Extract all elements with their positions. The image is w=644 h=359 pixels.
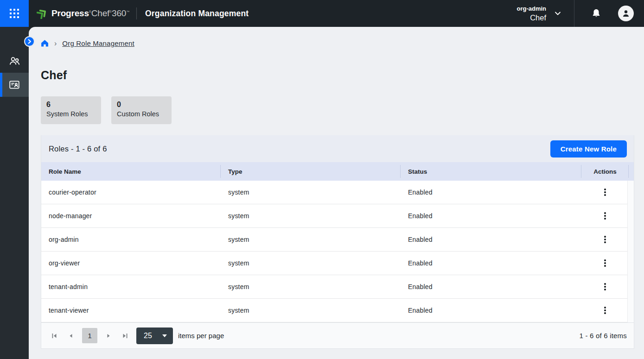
custom-roles-label: Custom Roles [117, 109, 166, 119]
current-page-button[interactable]: 1 [82, 328, 97, 343]
breadcrumb-separator: › [54, 40, 57, 47]
chevron-down-icon [554, 9, 562, 18]
chevron-right-icon [26, 38, 32, 44]
person-icon [621, 9, 631, 18]
breadcrumb: › Org Role Management [29, 27, 644, 47]
cell-status: Enabled [401, 307, 581, 314]
cell-role-name: courier-operator [41, 189, 221, 196]
table-row: courier-operator system Enabled [41, 181, 634, 204]
app-launcher-button[interactable] [0, 0, 29, 27]
bell-icon [591, 8, 602, 19]
first-page-icon [51, 332, 58, 340]
brand-360: 360 [112, 8, 126, 18]
cell-type: system [221, 259, 401, 267]
create-new-role-button[interactable]: Create New Role [550, 140, 627, 157]
first-page-button[interactable] [49, 330, 60, 341]
grid-toolbar: Roles - 1 - 6 of 6 Create New Role [41, 135, 634, 162]
cell-type: system [221, 189, 401, 196]
cell-type: system [221, 236, 401, 243]
row-actions-menu-button[interactable] [600, 233, 610, 246]
progress-chef-logo-icon [37, 8, 48, 19]
brand-divider [136, 7, 137, 19]
topbar: Progress®Chef®360™ Organization Manageme… [0, 0, 644, 27]
brand-progress: Progress [51, 8, 89, 18]
roles-grid: Roles - 1 - 6 of 6 Create New Role Role … [41, 135, 634, 349]
page-title: Chef [41, 69, 644, 82]
cell-role-name: org-viewer [41, 259, 221, 267]
brand-logo: Progress®Chef®360™ [37, 8, 129, 19]
grid-pager: 1 25 items per page [41, 322, 634, 348]
org-switcher-menu[interactable]: org-admin Chef [516, 5, 562, 22]
previous-page-icon [67, 332, 75, 340]
last-page-button[interactable] [120, 330, 131, 341]
cell-role-name: org-admin [41, 236, 221, 243]
brand-mark: ™ [126, 10, 129, 13]
row-actions-menu-button[interactable] [600, 281, 610, 293]
cell-type: system [221, 283, 401, 290]
last-page-icon [121, 332, 129, 340]
stats-row: 6 System Roles 0 Custom Roles [41, 96, 644, 124]
column-header-actions: Actions [581, 162, 629, 181]
next-page-icon [105, 332, 112, 340]
sidebar [0, 27, 29, 359]
sidebar-item-users[interactable] [0, 49, 29, 73]
stat-card-custom-roles: 0 Custom Roles [111, 96, 172, 124]
brand-chef: Chef [91, 8, 109, 18]
user-avatar-button[interactable] [618, 6, 634, 21]
users-icon [8, 55, 21, 67]
notifications-button[interactable] [574, 8, 618, 19]
cell-type: system [221, 307, 401, 314]
grid-header-row: Role Name Type Status Actions [41, 162, 634, 181]
cell-status: Enabled [401, 212, 581, 220]
cell-status: Enabled [401, 259, 581, 267]
table-row: org-admin system Enabled [41, 228, 634, 252]
row-actions-menu-button[interactable] [600, 210, 610, 222]
next-page-button[interactable] [103, 330, 114, 341]
cell-status: Enabled [401, 283, 581, 290]
cell-type: system [221, 212, 401, 220]
breadcrumb-link-org-role-management[interactable]: Org Role Management [62, 39, 134, 47]
cell-status: Enabled [401, 236, 581, 243]
user-org-label: Chef [530, 13, 546, 22]
user-role-label: org-admin [516, 5, 546, 12]
previous-page-button[interactable] [65, 330, 77, 341]
grid-icon [8, 7, 21, 20]
app-title: Organization Management [145, 9, 249, 19]
column-header-status[interactable]: Status [401, 162, 581, 181]
grid-title: Roles - 1 - 6 of 6 [49, 145, 107, 153]
system-roles-count: 6 [46, 100, 96, 109]
table-row: node-manager system Enabled [41, 204, 634, 228]
app-shell: › Org Role Management Chef 6 System Role… [0, 27, 644, 359]
items-per-page-label: items per page [178, 332, 224, 340]
brand-text: Progress®Chef®360™ [51, 8, 129, 19]
row-actions-menu-button[interactable] [600, 186, 610, 198]
stat-card-system-roles: 6 System Roles [41, 96, 101, 124]
pager-range-label: 1 - 6 of 6 items [580, 332, 627, 340]
caret-down-icon [162, 334, 167, 337]
system-roles-label: System Roles [46, 109, 96, 119]
row-actions-menu-button[interactable] [600, 304, 610, 316]
sidebar-item-org-roles[interactable] [0, 73, 29, 97]
cell-role-name: tenant-admin [41, 283, 221, 290]
breadcrumb-home-link[interactable] [41, 39, 49, 47]
grid-body: courier-operator system Enabled node-man… [41, 181, 634, 322]
page-size-select[interactable]: 25 [136, 328, 173, 344]
home-icon [41, 39, 49, 47]
cell-status: Enabled [401, 189, 581, 196]
column-header-type[interactable]: Type [221, 162, 401, 181]
custom-roles-count: 0 [117, 100, 166, 109]
sidebar-expand-button[interactable] [24, 36, 35, 47]
table-row: tenant-admin system Enabled [41, 275, 634, 299]
role-badge-icon [8, 79, 20, 91]
cell-role-name: node-manager [41, 212, 221, 220]
table-row: tenant-viewer system Enabled [41, 299, 634, 322]
column-header-role-name[interactable]: Role Name [41, 162, 221, 181]
main-content: › Org Role Management Chef 6 System Role… [29, 27, 644, 359]
table-row: org-viewer system Enabled [41, 252, 634, 275]
cell-role-name: tenant-viewer [41, 307, 221, 314]
row-actions-menu-button[interactable] [600, 257, 610, 269]
page-size-value: 25 [144, 332, 152, 340]
